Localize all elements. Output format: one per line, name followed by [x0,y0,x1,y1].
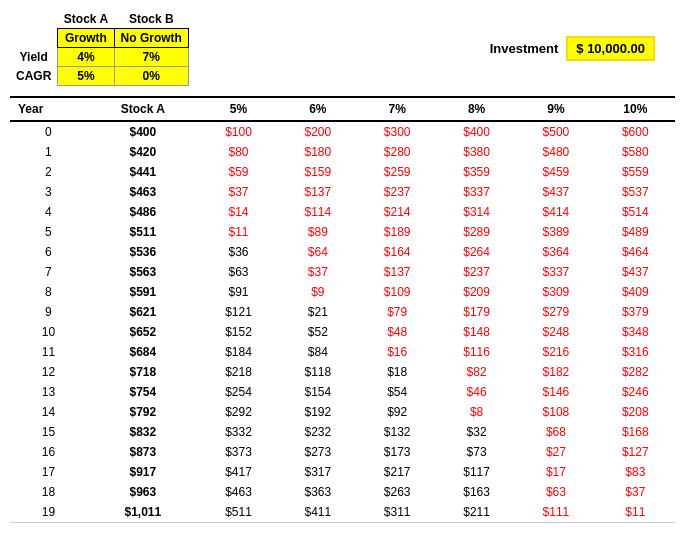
col-8-cell: $380 [437,142,516,162]
col-6-cell: $84 [278,342,357,362]
col-10-cell: $282 [596,362,675,382]
col-6-cell: $317 [278,462,357,482]
table-row: 17$917$417$317$217$117$17$83 [10,462,675,482]
col-8-cell: $209 [437,282,516,302]
col-7-cell: $300 [358,121,437,142]
col-5-cell: $152 [199,322,278,342]
col-8pct: 8% [437,97,516,121]
stock-a-cell: $754 [87,382,199,402]
stock-a-cell: $718 [87,362,199,382]
table-row: 3$463$37$137$237$337$437$537 [10,182,675,202]
col-7-cell: $16 [358,342,437,362]
col-6-cell: $180 [278,142,357,162]
year-cell: 6 [10,242,87,262]
stock-a-yield: 4% [58,48,114,67]
col-10-cell: $514 [596,202,675,222]
col-5-cell: $80 [199,142,278,162]
col-10-cell: $316 [596,342,675,362]
col-10-cell: $600 [596,121,675,142]
stock-a-cell: $591 [87,282,199,302]
col-10-cell: $489 [596,222,675,242]
col-5-cell: $100 [199,121,278,142]
col-9-cell: $17 [516,462,595,482]
col-8-cell: $117 [437,462,516,482]
col-9-cell: $389 [516,222,595,242]
investment-label: Investment [490,41,559,56]
table-row: 7$563$63$37$137$237$337$437 [10,262,675,282]
year-cell: 4 [10,202,87,222]
table-row: 13$754$254$154$54$46$146$246 [10,382,675,402]
stock-a-cagr: 5% [58,67,114,86]
col-5-cell: $292 [199,402,278,422]
table-row: 2$441$59$159$259$359$459$559 [10,162,675,182]
col-8-cell: $289 [437,222,516,242]
col-9pct: 9% [516,97,595,121]
col-6-cell: $363 [278,482,357,502]
col-7-cell: $164 [358,242,437,262]
col-10-cell: $37 [596,482,675,502]
main-data-table: Year Stock A 5% 6% 7% 8% 9% 10% 0$400$10… [10,96,675,523]
col-5-cell: $254 [199,382,278,402]
col-7-cell: $79 [358,302,437,322]
col-9-cell: $500 [516,121,595,142]
yield-label: Yield [10,48,58,67]
col-7-cell: $92 [358,402,437,422]
table-header-row: Year Stock A 5% 6% 7% 8% 9% 10% [10,97,675,121]
stock-a-cell: $792 [87,402,199,422]
investment-value: $ 10,000.00 [566,36,655,61]
col-8-cell: $46 [437,382,516,402]
col-7-cell: $173 [358,442,437,462]
col-7-cell: $109 [358,282,437,302]
stock-a-cell: $420 [87,142,199,162]
col-6-cell: $192 [278,402,357,422]
stock-a-cell: $563 [87,262,199,282]
table-row: 10$652$152$52$48$148$248$348 [10,322,675,342]
col-10-cell: $409 [596,282,675,302]
table-row: 6$536$36$64$164$264$364$464 [10,242,675,262]
table-row: 0$400$100$200$300$400$500$600 [10,121,675,142]
col-5-cell: $463 [199,482,278,502]
col-7-cell: $259 [358,162,437,182]
col-8-cell: $82 [437,362,516,382]
col-10-cell: $168 [596,422,675,442]
col-9-cell: $364 [516,242,595,262]
year-cell: 18 [10,482,87,502]
stock-a-cell: $873 [87,442,199,462]
col-8-cell: $32 [437,422,516,442]
col-9-cell: $146 [516,382,595,402]
col-10-cell: $537 [596,182,675,202]
col-9-cell: $309 [516,282,595,302]
col-9-cell: $414 [516,202,595,222]
col-7-cell: $214 [358,202,437,222]
year-cell: 15 [10,422,87,442]
col-10-cell: $559 [596,162,675,182]
col-5-cell: $63 [199,262,278,282]
col-8-cell: $8 [437,402,516,422]
col-5-cell: $218 [199,362,278,382]
col-8-cell: $359 [437,162,516,182]
cagr-label: CAGR [10,67,58,86]
table-row: 19$1,011$511$411$311$211$111$11 [10,502,675,523]
stock-a-cell: $486 [87,202,199,222]
col-6-cell: $159 [278,162,357,182]
year-cell: 8 [10,282,87,302]
table-row: 5$511$11$89$189$289$389$489 [10,222,675,242]
year-cell: 2 [10,162,87,182]
col-10-cell: $379 [596,302,675,322]
col-8-cell: $264 [437,242,516,262]
table-row: 12$718$218$118$18$82$182$282 [10,362,675,382]
stock-a-cell: $832 [87,422,199,442]
col-7-cell: $54 [358,382,437,402]
col-5-cell: $11 [199,222,278,242]
col-8-cell: $211 [437,502,516,523]
col-5-cell: $36 [199,242,278,262]
col-7pct: 7% [358,97,437,121]
col-10-cell: $437 [596,262,675,282]
col-7-cell: $48 [358,322,437,342]
col-6-cell: $118 [278,362,357,382]
col-year: Year [10,97,87,121]
table-row: 14$792$292$192$92$8$108$208 [10,402,675,422]
col-7-cell: $189 [358,222,437,242]
stock-a-cell: $917 [87,462,199,482]
stock-b-yield: 7% [114,48,188,67]
